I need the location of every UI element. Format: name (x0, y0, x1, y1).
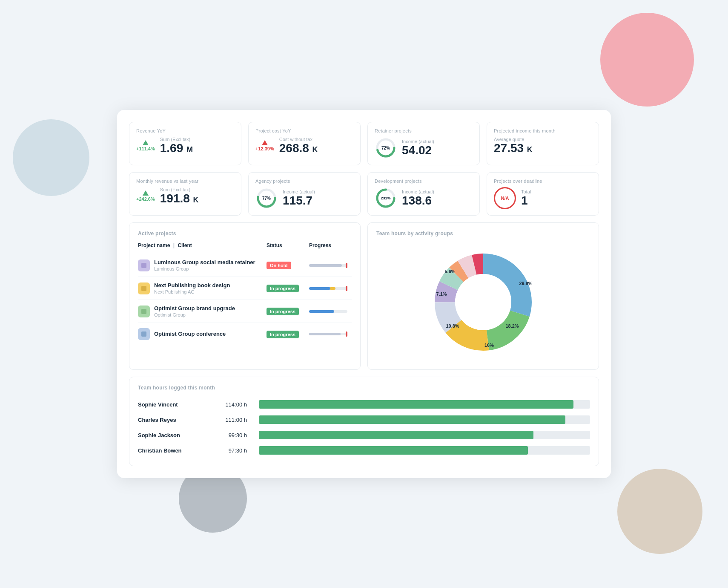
proj-row-nextpub[interactable]: Next Publishing book design Next Publish… (138, 277, 352, 300)
donut-label-teal: 5.6% (444, 269, 455, 274)
progress-fill-nextpub (309, 287, 330, 290)
team-hours-logged-title: Team hours logged this month (138, 385, 590, 391)
arrow-up-monthly-icon (143, 190, 149, 196)
proj-header-name: Project name | Client (138, 242, 267, 248)
donut-inner-white (455, 274, 511, 330)
proj-icon-nextpub (138, 282, 150, 294)
kpi-project-cost-yoy: Project cost YoY +12.39% Cost without ta… (248, 122, 361, 165)
kpi-deadline-sublabel: Total (521, 189, 531, 194)
kpi-projected-label: Projected income this month (494, 128, 592, 133)
kpi-monthly-change: +242.6% (136, 196, 155, 202)
kpi-retainer-value: 54.02 (402, 144, 434, 157)
svg-rect-9 (141, 331, 146, 337)
svg-rect-7 (141, 286, 146, 291)
active-projects-title: Active projects (138, 231, 352, 236)
kpi-monthly-label: Monthly revenue vs last year (136, 179, 234, 184)
proj-table-header: Project name | Client Status Progress (138, 242, 352, 252)
proj-name-optimist-conf: Optimist Group conference (154, 331, 262, 337)
kpi-project-cost-value: 268.8 K (279, 142, 318, 155)
kpi-monthly-revenue: Monthly revenue vs last year +242.6% Sum… (129, 172, 241, 216)
svg-rect-8 (141, 309, 146, 314)
svg-rect-6 (141, 263, 146, 268)
proj-progress-nextpub (309, 287, 352, 290)
badge-inprogress-optimist-conf: In progress (267, 331, 299, 338)
kpi-deadline-value: 1 (521, 194, 531, 208)
team-hours-activity-card: Team hours by activity groups (367, 222, 599, 370)
progress-marker-optimist-conf (346, 331, 347, 337)
agency-donut-label: 77% (262, 196, 271, 201)
proj-client-optimist-brand: Optimist Group (154, 312, 262, 317)
kpi-row-2: Monthly revenue vs last year +242.6% Sum… (129, 172, 599, 216)
team-hours-sophie-j: 99:30 h (213, 432, 247, 438)
arrow-up-red-icon (262, 140, 268, 145)
kpi-row-1: Revenue YoY +111.4% Sum (Excl tax) 1.69 … (129, 122, 599, 165)
team-name-charles: Charles Reyes (138, 417, 206, 423)
na-circle: N/A (494, 187, 516, 209)
proj-icon-optimist-brand (138, 306, 150, 317)
proj-client-nextpub: Next Publishing AG (154, 289, 262, 294)
kpi-agency-sublabel: Income (actual) (283, 189, 315, 194)
proj-status-nextpub: In progress (267, 284, 305, 292)
team-hours-charles: 111:00 h (213, 417, 247, 423)
proj-info-nextpub: Next Publishing book design Next Publish… (154, 282, 262, 294)
donut-label-gray: 10.8% (446, 323, 459, 329)
proj-info-optimist-conf: Optimist Group conference (154, 331, 262, 338)
proj-name-optimist-brand: Optimist Group brand upgrade (154, 305, 262, 311)
proj-progress-optimist-brand (309, 310, 352, 313)
kpi-dev-sublabel: Income (actual) (402, 189, 434, 194)
proj-header-status: Status (267, 242, 309, 248)
proj-status-optimist-conf: In progress (267, 330, 305, 338)
progress-fill-optimist-conf (309, 333, 341, 335)
dev-donut: 231% (375, 187, 397, 209)
kpi-revenue-yoy: Revenue YoY +111.4% Sum (Excl tax) 1.69 … (129, 122, 241, 165)
kpi-agency-label: Agency projects (255, 179, 353, 184)
proj-info-optimist-brand: Optimist Group brand upgrade Optimist Gr… (154, 305, 262, 317)
team-name-sophie-j: Sophie Jackson (138, 432, 206, 438)
progress-fill-luminous (309, 264, 342, 267)
kpi-revenue-yoy-label: Revenue YoY (136, 128, 234, 133)
badge-inprogress-nextpub: In progress (267, 285, 299, 292)
progress-yellow-segment (330, 287, 335, 290)
proj-client-luminous: Luminous Group (154, 266, 262, 271)
team-bar-bg-sophie-j (259, 431, 590, 439)
team-hours-logged-card: Team hours logged this month Sophie Vinc… (129, 377, 599, 466)
team-hours-sophie-v: 114:00 h (213, 401, 247, 408)
kpi-monthly-value: 191.8 K (160, 192, 199, 205)
proj-icon-luminous (138, 259, 150, 271)
deco-blue-circle (13, 119, 89, 196)
proj-header-progress: Progress (309, 242, 352, 248)
proj-progress-optimist-conf (309, 333, 352, 335)
team-row-sophie-v: Sophie Vincent 114:00 h (138, 397, 590, 412)
team-name-sophie-v: Sophie Vincent (138, 401, 206, 408)
kpi-project-cost-change: +12.39% (255, 146, 274, 151)
kpi-projected-income: Projected income this month Average quot… (487, 122, 599, 165)
team-bar-fill-sophie-v (259, 400, 573, 409)
kpi-dev-label: Development projects (375, 179, 473, 184)
proj-status-luminous: On hold (267, 261, 305, 269)
kpi-over-deadline: Projects over deadline N/A Total 1 (487, 172, 599, 216)
active-projects-card: Active projects Project name | Client St… (129, 222, 361, 370)
kpi-project-cost-yoy-label: Project cost YoY (255, 128, 353, 133)
proj-row-optimist-brand[interactable]: Optimist Group brand upgrade Optimist Gr… (138, 300, 352, 323)
kpi-deadline-label: Projects over deadline (494, 179, 592, 184)
agency-donut: 77% (255, 187, 278, 209)
team-row-charles: Charles Reyes 111:00 h (138, 412, 590, 427)
kpi-dev-value: 138.6 (402, 194, 434, 208)
kpi-revenue-yoy-value: 1.69 M (160, 142, 193, 155)
proj-progress-luminous (309, 264, 352, 267)
retainer-donut: 72% (375, 137, 397, 159)
donut-label-green: 18.2% (505, 323, 519, 329)
proj-icon-optimist-conf (138, 328, 150, 340)
kpi-projected-value: 27.53 K (494, 142, 533, 155)
proj-header-sep: | (173, 242, 175, 248)
proj-status-optimist-brand: In progress (267, 307, 305, 315)
donut-label-purple: 7.1% (436, 291, 447, 297)
deco-pink-circle (600, 13, 694, 107)
retainer-donut-label: 72% (381, 146, 390, 150)
dashboard: Revenue YoY +111.4% Sum (Excl tax) 1.69 … (117, 110, 611, 478)
donut-label-yellow: 16% (484, 343, 494, 348)
progress-fill-optimist-brand (309, 310, 334, 313)
proj-name-luminous: Luminous Group social media retainer (154, 259, 262, 265)
proj-row-luminous[interactable]: Luminous Group social media retainer Lum… (138, 254, 352, 277)
proj-row-optimist-conf[interactable]: Optimist Group conference In progress (138, 323, 352, 345)
